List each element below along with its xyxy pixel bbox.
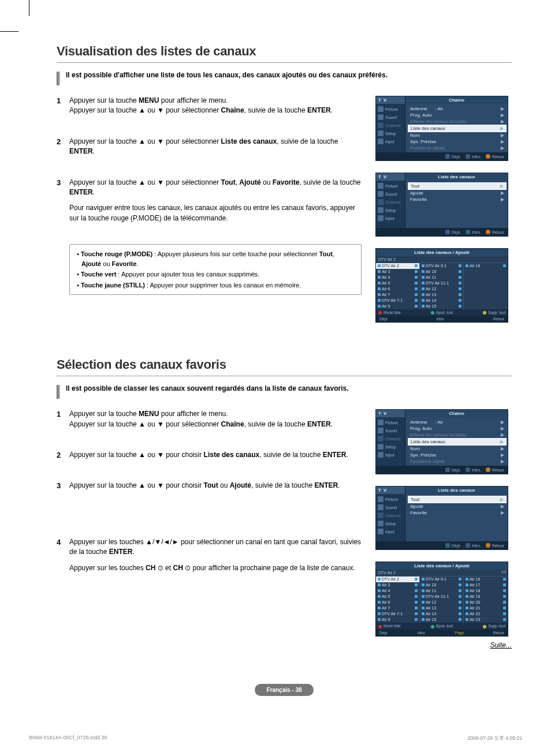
channel-icon (378, 199, 384, 205)
bullet: Touche rouge (P.MODE) : Appuyer plusieur… (77, 249, 355, 268)
osd-chaine: T V Chaîne Picture Sound Channel Setup I… (375, 96, 508, 161)
channel-item: Air 4 (376, 275, 419, 280)
setup-icon (378, 207, 384, 213)
info-box: Touche rouge (P.MODE) : Appuyer plusieur… (69, 244, 362, 295)
section-title: Visualisation des listes de canaux (57, 44, 256, 58)
channel-item: Air 15 (420, 304, 463, 309)
setup-icon (378, 130, 384, 136)
sound-icon (378, 428, 384, 433)
channel-item: Air 20 (464, 600, 508, 605)
step: 2 Appuyer sur la touche ▲ ou ▼ pour choi… (57, 450, 362, 466)
step: 3 Appuyer sur la touche ▲ ou ▼ pour choi… (57, 481, 362, 496)
return-icon (486, 543, 490, 548)
channel-item: Air 18 (464, 588, 508, 594)
return-icon (486, 230, 490, 234)
lead: Il est possible d'afficher une liste de … (57, 71, 512, 85)
channel-item: DTV Air 9-1 (420, 577, 463, 582)
step-number: 1 (57, 409, 69, 435)
channel-item: Air 21 (464, 605, 508, 611)
return-icon (486, 154, 490, 159)
osd-sidebar: Picture Sound Channel Setup Input (376, 181, 405, 228)
channel-item: Air 23 (464, 617, 508, 623)
step-body: Appuyer sur la touche ▲ ou ▼ pour sélect… (69, 137, 362, 163)
move-icon (445, 467, 450, 472)
channel-icon (378, 122, 384, 128)
osd-liste-canaux: T VListe des canaux Picture Sound Channe… (375, 486, 508, 550)
osd-main: Antenne : Air▶ Prog. Auto▶ Effacer les c… (405, 104, 508, 152)
picture-icon (378, 106, 384, 112)
enter-icon (466, 154, 470, 159)
page-indicator: 1/2 (501, 570, 506, 574)
channel-item: Air 16 (464, 263, 508, 269)
side-column: T V Chaîne Picture Sound Channel Setup I… (375, 96, 508, 323)
picture-icon (378, 420, 384, 425)
channel-item: Air 12 (420, 286, 463, 292)
step-number: 3 (57, 481, 69, 496)
osd-main: Tout▶ Ajouté▶ Favorite▶ (405, 181, 508, 228)
move-icon (445, 230, 450, 234)
main-column: 1 Appuyer sur la touche MENU pour affich… (57, 96, 375, 323)
osd-chaine: T VChaîne Picture Sound Channel Setup In… (375, 409, 508, 474)
step: 3 Appuyer sur la touche ▲ ou ▼ pour séle… (57, 178, 362, 230)
step: 1 Appuyer sur la touche MENU pour affich… (57, 409, 362, 435)
enter-icon (466, 230, 470, 234)
channel-item: Air 7 (376, 605, 419, 611)
channel-item: Air 4 (376, 588, 419, 594)
section-favoris: Sélection des canaux favoris Il est poss… (57, 357, 512, 649)
osd-title: Chaîne (405, 96, 508, 104)
picture-icon (378, 496, 384, 502)
page: Visualisation des listes de canaux Il es… (0, 0, 551, 756)
step-body: Appuyer sur la touche MENU pour afficher… (69, 96, 362, 122)
setup-icon (378, 444, 384, 450)
channel-item: Air 6 (376, 286, 419, 292)
channel-item: Air 9 (376, 617, 419, 623)
picture-icon (378, 183, 384, 189)
continue-text: Suite... (57, 641, 512, 649)
crop-mark (0, 28, 18, 32)
page-number-badge: Français - 38 (255, 684, 314, 696)
step-number: 2 (57, 450, 69, 466)
osd-footer: Dépl. Intro. Retour (376, 228, 508, 236)
clist-title: Liste des canaux / Ajouté (376, 249, 508, 256)
channel-item: DTV Air 7-1 (376, 611, 419, 617)
page-content: Visualisation des listes de canaux Il es… (57, 44, 512, 696)
channel-item: Air 11 (420, 588, 463, 594)
lead-mark-icon (57, 385, 60, 399)
columns: 1 Appuyer sur la touche MENU pour affich… (57, 96, 512, 323)
channel-item: Air 3 (376, 582, 419, 588)
sound-icon (378, 114, 384, 120)
return-icon (486, 467, 490, 472)
input-icon (378, 529, 384, 534)
section-heading: Sélection des canaux favoris (57, 357, 512, 376)
channel-item: Air 16 (464, 577, 508, 582)
input-icon (378, 139, 384, 144)
page-action: Page (455, 631, 464, 635)
channel-item: Air 5 (376, 594, 419, 600)
bullet: Touche vert : Appuyer pour ajouter tous … (77, 270, 355, 279)
channel-item: Air 7 (376, 292, 419, 298)
channel-icon (378, 436, 384, 441)
clist-grid: DTV Air 2Air 3Air 4Air 5Air 6Air 7DTV Ai… (376, 263, 508, 309)
channel-item: Air 13 (420, 292, 463, 298)
footer-date: 2008-07-28 오후 4:09:21 (467, 735, 522, 742)
channel-item: Air 11 (420, 275, 463, 280)
action-mode: Mode liste (378, 310, 401, 315)
osd-tab-tv: T V (376, 173, 405, 181)
channel-icon (378, 512, 384, 518)
clist-current: DTV Air 2 (376, 256, 508, 263)
action-del-all: Supp. tout (483, 310, 505, 315)
action-add-all: Ajout. tout (431, 310, 453, 315)
osd-channel-list: Liste des canaux / Ajouté DTV Air 2 1/2 … (375, 562, 508, 636)
move-icon (445, 543, 450, 548)
section-title: Sélection des canaux favoris (57, 357, 226, 372)
channel-item: Air 12 (420, 600, 463, 605)
lead-text: Il est possible d'afficher une liste de … (66, 71, 388, 79)
channel-item: Air 10 (420, 269, 463, 275)
section-visualisation: Visualisation des listes de canaux Il es… (57, 44, 512, 323)
crop-mark (25, 0, 29, 16)
channel-item: DTV Air 7-1 (376, 298, 419, 304)
clist-footer: Dépl. Intro. Retour (376, 316, 508, 322)
columns: 1 Appuyer sur la touche MENU pour affich… (57, 409, 512, 636)
channel-item: Air 9 (376, 304, 419, 309)
step: 1 Appuyer sur la touche MENU pour affich… (57, 96, 362, 122)
